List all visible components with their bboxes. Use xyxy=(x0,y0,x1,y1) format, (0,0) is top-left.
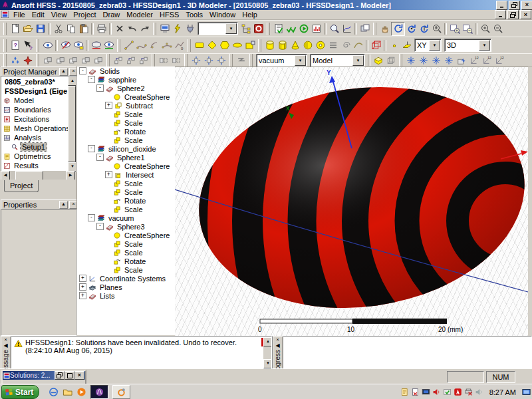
restore-button[interactable] xyxy=(509,1,520,10)
model-tree-item-createsphere[interactable]: CreateSphere xyxy=(77,162,176,170)
model-tree-item-sphere2[interactable]: -Sphere2 xyxy=(77,84,176,92)
bool-separate-button[interactable] xyxy=(92,54,104,66)
properties-collapse-button[interactable]: ▲ xyxy=(59,201,68,209)
expand-icon[interactable]: + xyxy=(105,102,112,109)
computer-button[interactable] xyxy=(158,23,171,35)
move-translate-button[interactable] xyxy=(190,54,202,66)
start-button[interactable]: Start xyxy=(1,385,39,399)
cut-button[interactable] xyxy=(52,23,65,35)
expand-icon[interactable]: + xyxy=(79,292,86,299)
toolbar-grip[interactable] xyxy=(249,54,253,66)
project-tree-item-boundaries[interactable]: Boundaries xyxy=(2,105,67,114)
menu-edit[interactable]: Edit xyxy=(29,11,48,19)
copy-button[interactable] xyxy=(65,23,77,35)
help-pointer-button[interactable]: ? xyxy=(21,39,34,52)
draw-helix-button[interactable] xyxy=(327,39,339,52)
chevron-down-icon[interactable]: ▼ xyxy=(225,23,237,34)
ql-ie-button[interactable] xyxy=(49,387,59,397)
model-tree-item-sphere3[interactable]: -Sphere3 xyxy=(77,222,176,231)
model-tree-item-scale[interactable]: Scale xyxy=(77,179,176,188)
toolbar-grip[interactable] xyxy=(184,54,188,66)
align-y-button[interactable] xyxy=(124,54,137,66)
mdi-child-icon[interactable] xyxy=(0,11,10,19)
solutions-titlebar[interactable]: Solutions: 2... × xyxy=(3,371,85,380)
toolbar-grip[interactable] xyxy=(3,23,7,35)
solutions-minimized-window[interactable]: Solutions: 2... × xyxy=(1,370,86,385)
menu-help[interactable]: Help xyxy=(239,11,261,19)
model-tree-item-createsphere[interactable]: CreateSphere xyxy=(77,231,176,239)
collapse-icon[interactable]: - xyxy=(96,154,104,161)
draw-arc-center-button[interactable] xyxy=(148,39,160,52)
zoom-out-window-button[interactable] xyxy=(461,23,473,35)
expand-icon[interactable]: + xyxy=(79,283,86,291)
model-tree-item-intersect[interactable]: +Intersect xyxy=(77,170,176,179)
draw-plane-button[interactable] xyxy=(400,39,413,52)
scroll-up-icon[interactable]: ▲ xyxy=(68,76,76,86)
cs-axis-3-button[interactable]: 12 xyxy=(493,54,505,66)
zoom-in-window-button[interactable] xyxy=(448,23,461,35)
minimize-button[interactable] xyxy=(496,1,507,10)
collapse-icon[interactable]: - xyxy=(88,145,95,152)
toolbar-grip[interactable] xyxy=(117,39,120,52)
new-button[interactable] xyxy=(9,23,21,35)
network-display-icon[interactable] xyxy=(522,388,531,396)
align-x-button[interactable] xyxy=(112,54,124,66)
toolbar-grip[interactable] xyxy=(188,39,191,52)
tray-display-icon[interactable] xyxy=(422,388,430,396)
model-tree-item-planes[interactable]: +Planes xyxy=(77,283,176,291)
chevron-down-icon[interactable]: ▼ xyxy=(352,55,364,66)
combo-model[interactable]: Model▼ xyxy=(310,54,365,67)
sweep-tool-button[interactable] xyxy=(235,54,247,66)
check-green-button[interactable] xyxy=(285,23,297,35)
move-mirror-button[interactable] xyxy=(215,54,227,66)
toolbar-grip[interactable] xyxy=(153,23,156,35)
menu-window[interactable]: Window xyxy=(206,11,239,19)
message-pin-icon[interactable]: ◀ xyxy=(3,343,7,348)
project-tree-item-excitations[interactable]: Excitations xyxy=(2,114,67,124)
toolbar-grip[interactable] xyxy=(36,54,39,66)
validate-button[interactable] xyxy=(272,23,285,35)
scroll-left-icon[interactable]: ◀ xyxy=(1,171,10,180)
pan-hand-button[interactable] xyxy=(378,23,391,35)
project-tree-item-results[interactable]: Results xyxy=(2,161,67,170)
mdi-restore-button[interactable] xyxy=(507,10,519,19)
draw-polyline-button[interactable]: 0 xyxy=(173,39,186,52)
draw-sphere-button[interactable] xyxy=(301,39,314,52)
project-tree-item-analysis[interactable]: Analysis xyxy=(2,133,67,142)
run-analysis-button[interactable] xyxy=(297,23,310,35)
tray-avira-icon[interactable] xyxy=(454,388,462,396)
draw-point-button[interactable] xyxy=(388,39,400,52)
zoom-dynamic-button[interactable] xyxy=(430,23,443,35)
model-tree-item-scale[interactable]: Scale xyxy=(77,136,176,144)
chevron-down-icon[interactable]: ▼ xyxy=(479,40,490,51)
toolbar-grip[interactable] xyxy=(36,39,39,52)
draw-circle-button[interactable] xyxy=(218,39,231,52)
copy-image-button[interactable] xyxy=(358,23,371,35)
scroll-thumb[interactable] xyxy=(68,86,76,162)
combo-material[interactable]: vacuum▼ xyxy=(256,54,307,67)
model-tree-item-scale[interactable]: Scale xyxy=(77,110,176,118)
toolbar-grip[interactable] xyxy=(3,39,7,52)
toolbar-grip[interactable] xyxy=(267,23,270,35)
open-button[interactable] xyxy=(21,23,34,35)
bool-split-button[interactable] xyxy=(79,54,92,66)
scroll-down-icon[interactable]: ▼ xyxy=(68,162,76,172)
model-tree-item-subtract[interactable]: +Subtract xyxy=(77,101,176,110)
ansoft-o-button[interactable] xyxy=(252,23,265,35)
rotate-model-button[interactable] xyxy=(391,22,405,36)
bool-subtract-button[interactable] xyxy=(54,54,66,66)
draw-spiral-button[interactable] xyxy=(339,39,352,52)
model-tree-item-lists[interactable]: +Lists xyxy=(77,291,176,300)
draw-cone-button[interactable] xyxy=(289,39,301,52)
expand-icon[interactable]: + xyxy=(105,171,112,178)
model-tree-item-scale[interactable]: Scale xyxy=(77,118,176,127)
combo-sim[interactable]: ▼ xyxy=(198,22,238,35)
message-close-icon[interactable]: × xyxy=(4,337,7,342)
move-rotate-button[interactable] xyxy=(202,54,215,66)
toolbar-grip[interactable] xyxy=(106,54,110,66)
collapse-icon[interactable]: - xyxy=(88,214,95,221)
results-button[interactable] xyxy=(310,23,323,35)
solutions-close-button[interactable]: × xyxy=(74,371,84,380)
wirebox-red-button[interactable] xyxy=(370,39,382,52)
tray-printx-icon[interactable] xyxy=(464,388,473,396)
